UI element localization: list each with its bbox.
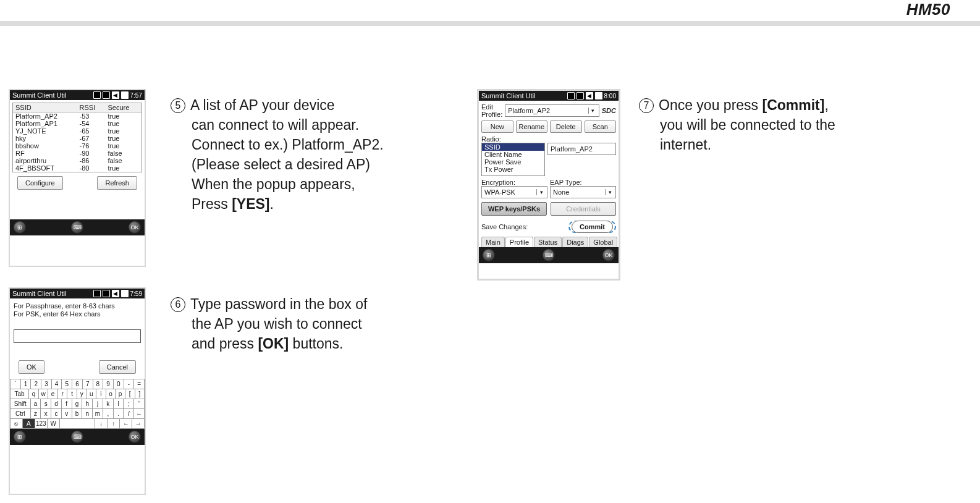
key-mode-num[interactable]: 123 [35,419,48,429]
tab-global[interactable]: Global [589,237,617,247]
key[interactable]: 7 [83,379,93,389]
password-input[interactable] [14,329,141,343]
key[interactable]: i [96,389,106,399]
table-row[interactable]: Platform_AP2 -53 true [13,112,142,120]
table-row[interactable]: airportthru -86 false [13,157,142,164]
list-item[interactable]: Client Name [482,151,544,158]
delete-button[interactable]: Delete [550,120,582,133]
ok-button[interactable]: OK [19,360,44,374]
key[interactable]: [ [125,389,135,399]
key[interactable]: h [82,399,93,409]
key[interactable]: z [31,409,41,419]
keyboard-button[interactable]: ⌨ [543,249,555,261]
new-button[interactable]: New [481,120,513,133]
scan-button[interactable]: Scan [585,120,617,133]
table-row[interactable]: hky -67 true [13,135,142,142]
key[interactable]: ` [10,379,21,389]
on-screen-keyboard[interactable]: ` 1 2 3 4 5 6 7 8 9 0 - = Tab q w e r t [10,379,145,429]
key[interactable]: = [134,379,145,389]
key[interactable]: p [116,389,125,399]
key[interactable]: . [114,409,124,419]
table-row[interactable]: Platform_AP1 -54 true [13,120,142,127]
tab-main[interactable]: Main [481,237,505,247]
key-ctrl[interactable]: Ctrl [10,409,31,419]
key[interactable]: 2 [31,379,41,389]
table-row[interactable]: bbshow -76 true [13,142,142,150]
key-mode-alpha[interactable]: A [23,419,35,429]
key[interactable]: v [62,409,72,419]
key[interactable]: g [72,399,83,409]
key-arrow-up[interactable]: ↑ [108,419,120,429]
start-button[interactable]: ⊞ [14,221,26,234]
key[interactable]: w [39,389,49,399]
key[interactable]: l [114,399,124,409]
key[interactable]: q [29,389,39,399]
key[interactable]: / [124,409,134,419]
key-mode[interactable]: ⎋ [10,419,23,429]
key[interactable]: 1 [21,379,32,389]
list-item[interactable]: Power Save [482,158,544,166]
list-item[interactable]: Tx Power [482,166,544,173]
key[interactable]: f [62,399,72,409]
key-arrow-left[interactable]: ← [120,419,132,429]
wep-keys-button[interactable]: WEP keys/PSKs [481,202,547,216]
radio-value-input[interactable]: Platform_AP2 [547,143,616,155]
key[interactable]: ] [135,389,145,399]
key[interactable]: y [77,389,87,399]
key-shift[interactable]: Shift [10,399,31,409]
key-space[interactable] [60,419,96,429]
key[interactable]: - [124,379,135,389]
key[interactable]: ; [124,399,134,409]
key[interactable]: t [67,389,77,399]
key[interactable]: c [51,409,62,419]
ok-softkey[interactable]: OK [129,221,141,234]
tab-profile[interactable]: Profile [505,237,533,247]
table-row[interactable]: YJ_NOTE -65 true [13,127,142,135]
table-row[interactable]: 4F_BBSOFT -80 true [13,164,142,172]
list-item[interactable]: SSID [482,143,544,151]
commit-button[interactable]: Commit [572,221,613,233]
key[interactable]: 4 [52,379,62,389]
start-button[interactable]: ⊞ [14,431,26,443]
key[interactable]: n [82,409,93,419]
configure-button[interactable]: Configure [17,176,63,190]
key-arrow-down[interactable]: ↓ [95,419,108,429]
key[interactable]: j [93,399,103,409]
key[interactable]: 9 [103,379,114,389]
key[interactable]: a [31,399,41,409]
key[interactable]: 6 [72,379,83,389]
key[interactable]: 3 [41,379,52,389]
key[interactable]: b [72,409,83,419]
ok-softkey[interactable]: OK [602,249,615,261]
key-mode-write[interactable]: W [48,419,60,429]
keyboard-button[interactable]: ⌨ [71,221,83,234]
key-arrow-right[interactable]: → [132,419,145,429]
key[interactable]: ' [134,399,145,409]
refresh-button[interactable]: Refresh [97,176,137,190]
key[interactable]: d [51,399,62,409]
eap-type-dropdown[interactable]: None ▾ [550,186,616,198]
key[interactable]: s [41,399,51,409]
key[interactable]: 8 [93,379,104,389]
cancel-button[interactable]: Cancel [99,360,136,374]
key[interactable]: o [106,389,116,399]
key[interactable]: m [93,409,103,419]
key[interactable]: r [58,389,68,399]
key[interactable]: x [41,409,51,419]
ap-table[interactable]: SSID RSSI Secure Platform_AP2 -53 true P… [12,103,142,172]
ok-softkey[interactable]: OK [129,431,141,443]
encryption-dropdown[interactable]: WPA-PSK ▾ [481,186,547,198]
start-button[interactable]: ⊞ [483,249,495,261]
key-tab[interactable]: Tab [10,389,29,399]
rename-button[interactable]: Rename [516,120,548,133]
keyboard-button[interactable]: ⌨ [71,431,83,443]
key-backspace[interactable]: ← [134,409,145,419]
key[interactable]: k [103,399,114,409]
key[interactable]: 5 [62,379,72,389]
key[interactable]: e [48,389,58,399]
table-row[interactable]: RF -90 false [13,150,142,157]
key[interactable]: u [87,389,97,399]
key[interactable]: 0 [114,379,124,389]
key[interactable]: , [103,409,114,419]
edit-profile-dropdown[interactable]: Platform_AP2 ▾ [505,104,599,117]
